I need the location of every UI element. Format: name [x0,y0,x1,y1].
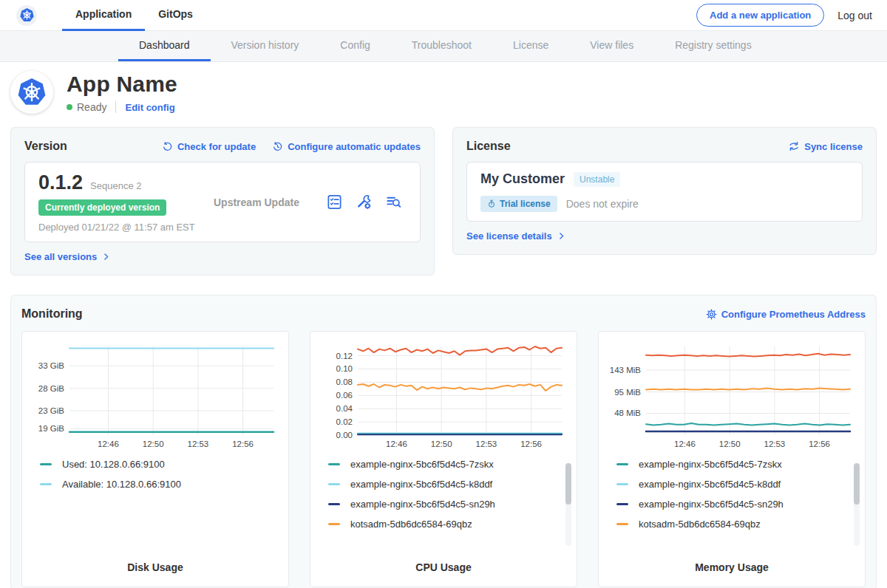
edit-config-link[interactable]: Edit config [125,102,174,113]
legend-label: example-nginx-5bc6f5d4c5-sn29h [350,499,495,510]
legend-item[interactable]: example-nginx-5bc6f5d4c5-7zskx [328,459,566,470]
legend-item[interactable]: example-nginx-5bc6f5d4c5-sn29h [616,499,854,510]
x-tick-label: 12:56 [520,440,542,448]
status-badge: Ready [77,101,106,113]
tab-view-files[interactable]: View files [569,31,654,61]
legend-label: example-nginx-5bc6f5d4c5-7zskx [639,459,782,470]
tab-config-label: Config [340,39,370,51]
divider [115,101,116,113]
check-for-update-link[interactable]: Check for update [162,141,256,152]
version-card: Version Check for update Configure autom… [10,127,435,276]
x-tick-label: 12:56 [809,440,830,448]
legend-item[interactable]: kotsadm-5db6dc6584-69qbz [616,519,854,530]
legend-item[interactable]: example-nginx-5bc6f5d4c5-7zskx [616,459,854,470]
logout-button[interactable]: Log out [837,10,872,21]
tab-registry-settings[interactable]: Registry settings [654,31,772,61]
chart-title: Memory Usage [609,561,854,576]
x-tick-label: 12:50 [719,440,741,448]
tab-dashboard-label: Dashboard [139,39,190,51]
check-for-update-label: Check for update [177,141,256,152]
version-number: 0.1.2 [38,171,83,194]
y-tick-label: 0.02 [336,417,353,426]
legend-item[interactable]: example-nginx-5bc6f5d4c5-sn29h [328,499,566,510]
disk-usage-chart-card: 12:4612:5012:5312:5633 GiB28 GiB23 GiB19… [21,331,289,587]
deployed-timestamp: Deployed 01/21/22 @ 11:57 am EST [38,222,205,233]
legend-swatch [328,463,340,465]
x-tick-label: 12:50 [143,440,164,448]
see-all-versions-link[interactable]: See all versions [24,251,111,262]
y-tick-label: 48 MiB [614,408,641,417]
y-tick-label: 143 MiB [610,366,642,375]
chart-legend: Used: 10.128.0.66:9100Available: 10.128.… [33,459,278,499]
legend-label: example-nginx-5bc6f5d4c5-7zskx [350,459,494,470]
tab-view-files-label: View files [590,39,633,51]
sync-license-link[interactable]: Sync license [788,140,863,152]
legend-item[interactable]: kotsadm-5db6dc6584-69qbz [328,519,566,530]
legend-swatch [328,503,340,505]
configure-automatic-updates-link[interactable]: Configure automatic updates [272,141,421,152]
tab-version-history[interactable]: Version history [211,31,320,61]
legend-scrollbar[interactable] [565,463,571,546]
usage-chart-svg: 12:4612:5012:5312:56143 MiB95 MiB48 MiB [609,341,856,453]
preflight-checks-icon[interactable] [326,194,343,211]
kots-dashboard-page: Application GitOps Add a new application… [0,0,887,588]
ready-status-dot [67,104,72,110]
y-tick-label: 0.08 [336,377,353,386]
nav-tab-gitops[interactable]: GitOps [145,0,206,31]
x-tick-label: 12:50 [431,440,452,448]
nav-tab-application[interactable]: Application [62,0,145,31]
tab-config[interactable]: Config [319,31,390,61]
sync-icon [788,140,800,152]
monitoring-title: Monitoring [21,307,83,321]
legend-label: Used: 10.128.0.66:9100 [62,459,165,470]
kubernetes-logo-icon[interactable] [16,5,37,26]
version-card-title: Version [24,140,67,153]
legend-item[interactable]: Available: 10.128.0.66:9100 [40,479,278,490]
usage-chart-svg: 12:4612:5012:5312:560.120.100.080.060.04… [321,341,568,453]
edit-config-icon[interactable] [356,194,373,211]
tab-troubleshoot[interactable]: Troubleshoot [391,31,492,61]
sync-license-label: Sync license [804,141,863,152]
app-header: App Name Ready Edit config [0,62,887,124]
x-tick-label: 12:46 [674,440,696,448]
legend-item[interactable]: Used: 10.128.0.66:9100 [40,459,278,470]
refresh-icon [162,141,173,152]
top-nav-tabs: Application GitOps [62,0,206,31]
chart-title: Disk Usage [33,561,278,576]
legend-swatch [40,483,52,485]
page-title: App Name [67,72,177,97]
legend-swatch [40,463,52,465]
see-license-details-link[interactable]: See license details [466,230,566,242]
stopwatch-icon [487,199,496,208]
chevron-right-icon [101,252,111,261]
see-all-versions-label: See all versions [24,251,97,262]
tab-dashboard[interactable]: Dashboard [118,31,211,61]
deploy-logs-icon[interactable] [385,194,402,211]
legend-item[interactable]: example-nginx-5bc6f5d4c5-k8ddf [616,479,854,490]
version-source-label: Upstream Update [214,196,299,208]
y-tick-label: 95 MiB [614,388,641,397]
memory-usage-chart-card: 12:4612:5012:5312:56143 MiB95 MiB48 MiBe… [598,331,866,587]
legend-scrollbar-thumb[interactable] [565,463,571,505]
trial-license-label: Trial license [500,199,551,209]
usage-chart-svg: 12:4612:5012:5312:5633 GiB28 GiB23 GiB19… [33,341,279,453]
legend-scrollbar-thumb[interactable] [854,463,860,505]
top-navbar: Application GitOps Add a new application… [0,0,887,31]
legend-scrollbar[interactable] [854,463,860,546]
configure-prometheus-link[interactable]: Configure Prometheus Address [706,309,866,320]
legend-label: Available: 10.128.0.66:9100 [62,479,181,490]
schedule-icon [272,141,283,152]
y-tick-label: 23 GiB [38,406,64,415]
x-tick-label: 12:46 [386,440,407,448]
add-new-application-button[interactable]: Add a new application [696,4,824,27]
legend-item[interactable]: example-nginx-5bc6f5d4c5-k8ddf [328,479,566,490]
legend-label: example-nginx-5bc6f5d4c5-k8ddf [639,479,781,490]
tab-license[interactable]: License [492,31,569,61]
configure-prometheus-label: Configure Prometheus Address [721,309,866,320]
y-tick-label: 28 GiB [38,384,64,393]
legend-label: kotsadm-5db6dc6584-69qbz [350,519,472,530]
kubernetes-app-icon [16,77,47,108]
license-details-row: My Customer Unstable Trial license Does … [466,162,863,222]
license-card: License Sync license My Customer Unstabl… [452,127,877,255]
chart-legend: example-nginx-5bc6f5d4c5-7zskxexample-ng… [321,459,566,539]
